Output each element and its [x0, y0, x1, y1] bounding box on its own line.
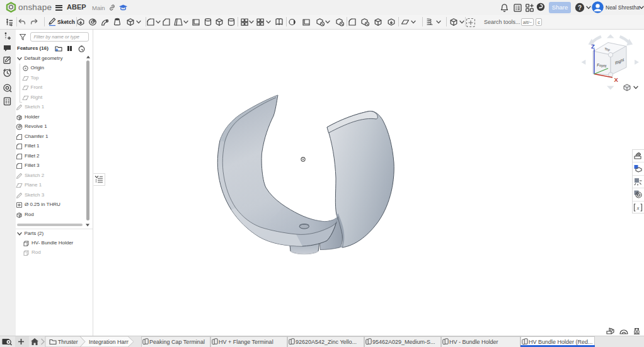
svg-text:?: ? — [578, 4, 582, 11]
svg-text:X: X — [614, 76, 619, 83]
svg-text:x: x — [636, 205, 640, 211]
svg-text:Z: Z — [591, 43, 595, 50]
